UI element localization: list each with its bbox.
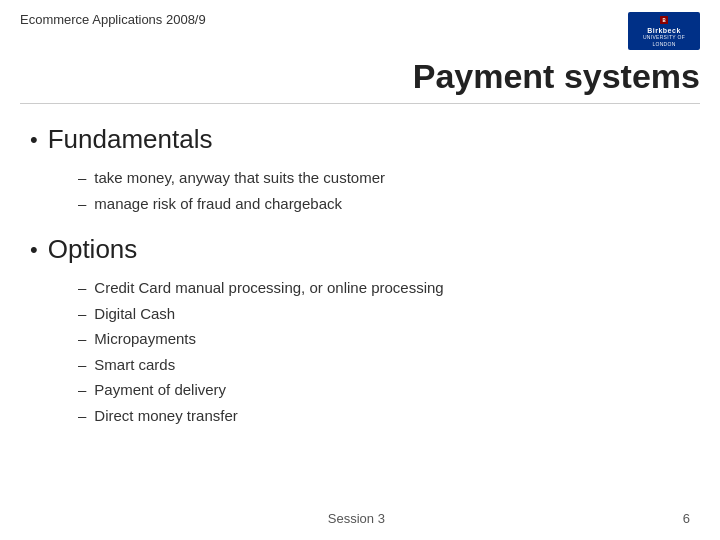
options-item-3: Micropayments	[94, 326, 196, 352]
list-item: – Smart cards	[78, 352, 690, 378]
dash-icon: –	[78, 403, 86, 429]
options-section: • Options – Credit Card manual processin…	[30, 234, 690, 428]
list-item: – Credit Card manual processing, or onli…	[78, 275, 690, 301]
dash-icon: –	[78, 377, 86, 403]
fundamentals-heading: • Fundamentals	[30, 124, 690, 155]
course-title: Ecommerce Applications 2008/9	[20, 12, 206, 27]
page-title: Payment systems	[20, 58, 700, 95]
list-item: – Micropayments	[78, 326, 690, 352]
logo-crest-icon: B	[654, 15, 674, 25]
slide: Ecommerce Applications 2008/9 B Birkbeck…	[0, 0, 720, 540]
options-item-5: Payment of delivery	[94, 377, 226, 403]
header: Ecommerce Applications 2008/9 B Birkbeck…	[0, 0, 720, 58]
title-divider	[20, 103, 700, 104]
logo-name: Birkbeck	[647, 27, 681, 34]
list-item: – Direct money transfer	[78, 403, 690, 429]
university-logo: B Birkbeck UNIVERSITY OF LONDON	[628, 12, 700, 50]
bullet-dot-1: •	[30, 129, 38, 151]
options-item-6: Direct money transfer	[94, 403, 237, 429]
footer: Session 3 6	[0, 511, 720, 526]
dash-icon: –	[78, 326, 86, 352]
options-heading: • Options	[30, 234, 690, 265]
fundamentals-sub-items: – take money, anyway that suits the cust…	[30, 165, 690, 216]
session-label: Session 3	[30, 511, 683, 526]
dash-icon: –	[78, 352, 86, 378]
options-item-1: Credit Card manual processing, or online…	[94, 275, 443, 301]
list-item: – manage risk of fraud and chargeback	[78, 191, 690, 217]
dash-icon: –	[78, 191, 86, 217]
title-section: Payment systems	[0, 58, 720, 103]
fundamentals-item-2: manage risk of fraud and chargeback	[94, 191, 342, 217]
bullet-dot-2: •	[30, 239, 38, 261]
logo-subtitle: UNIVERSITY OF LONDON	[633, 34, 695, 47]
fundamentals-section: • Fundamentals – take money, anyway that…	[30, 124, 690, 216]
options-sub-items: – Credit Card manual processing, or onli…	[30, 275, 690, 428]
content-area: • Fundamentals – take money, anyway that…	[0, 124, 720, 428]
list-item: – Payment of delivery	[78, 377, 690, 403]
fundamentals-label: Fundamentals	[48, 124, 213, 155]
dash-icon: –	[78, 301, 86, 327]
list-item: – Digital Cash	[78, 301, 690, 327]
list-item: – take money, anyway that suits the cust…	[78, 165, 690, 191]
dash-icon: –	[78, 275, 86, 301]
fundamentals-item-1: take money, anyway that suits the custom…	[94, 165, 385, 191]
dash-icon: –	[78, 165, 86, 191]
page-number: 6	[683, 511, 690, 526]
options-item-2: Digital Cash	[94, 301, 175, 327]
options-item-4: Smart cards	[94, 352, 175, 378]
options-label: Options	[48, 234, 138, 265]
